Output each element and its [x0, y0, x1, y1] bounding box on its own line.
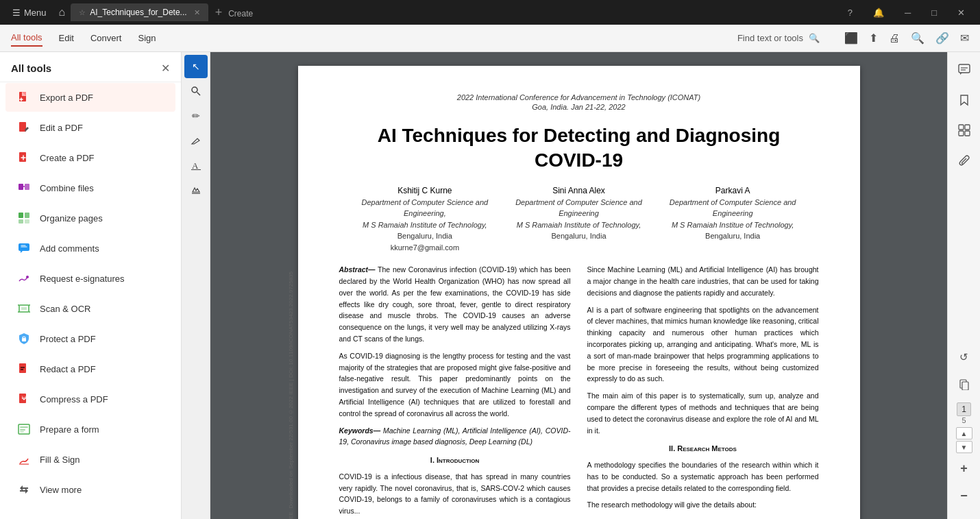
tools-sidebar: All tools ✕ Export a PDF Edit a PDF Cre [0, 52, 182, 519]
search-bar[interactable]: Find text or tools 🔍 [737, 33, 820, 43]
sidebar-item-redact-pdf[interactable]: Redact a PDF [5, 354, 175, 383]
toolbar-convert[interactable]: Convert [90, 30, 122, 46]
sidebar-close-button[interactable]: ✕ [161, 62, 170, 75]
save-to-cloud-icon[interactable]: ⬛ [844, 32, 858, 45]
intro-heading: I. Introduction [339, 455, 571, 467]
search-label: Find text or tools [737, 33, 803, 43]
sidebar-item-export-pdf[interactable]: Export a PDF [5, 83, 175, 112]
window-controls: ? 🔔 ─ □ ✕ [838, 5, 975, 21]
plus-icon: + [215, 5, 223, 19]
print-icon[interactable]: 🖨 [889, 32, 900, 45]
help-button[interactable]: ? [838, 5, 862, 21]
sidebar-item-create-pdf[interactable]: Create a PDF [5, 143, 175, 172]
sidebar-item-add-comments[interactable]: Add comments [5, 234, 175, 263]
zoom-out-button[interactable]: − [952, 483, 977, 508]
pdf-page: Authorized licensed use limited to: IEEE… [298, 66, 860, 519]
refresh-button[interactable]: ↺ [952, 345, 977, 370]
author-2-name: Sini Anna Alex [515, 184, 642, 197]
author-1-affil2: Engineering, [362, 208, 489, 219]
section2-p2: The research methodology will give the d… [587, 499, 819, 511]
svg-rect-6 [25, 184, 29, 190]
pencil-tool[interactable]: ✏ [184, 104, 208, 128]
abstract-text: Abstract— The new Coronavirus infection … [339, 264, 571, 345]
request-esignatures-icon [16, 271, 32, 286]
new-tab-button[interactable]: + Create [208, 3, 260, 21]
sidebar-item-protect-pdf[interactable]: Protect a PDF [5, 324, 175, 353]
zoom-in-button[interactable]: + [952, 456, 977, 481]
conference-line1: 2022 International Conference for Advanc… [339, 93, 819, 101]
sidebar-item-view-more[interactable]: View more [5, 475, 175, 504]
text-tool[interactable]: A [184, 154, 208, 177]
maximize-button[interactable]: □ [922, 5, 946, 21]
sidebar-item-organize-pages[interactable]: Organize pages [5, 204, 175, 232]
sidebar-item-compress-pdf[interactable]: Compress a PDF [5, 385, 175, 413]
organize-pages-icon [16, 210, 32, 226]
page-down-button[interactable]: ▼ [956, 441, 972, 453]
bell-button[interactable]: 🔔 [863, 5, 894, 21]
keywords-label: Keywords— [339, 426, 381, 435]
author-3-affil3: M S Ramaiah Institue of Technology, [670, 219, 796, 231]
author-2-affil2: Engineering [515, 208, 642, 219]
author-2-affil1: Department of Computer Science and [515, 197, 642, 208]
link-icon[interactable]: 🔗 [935, 32, 949, 45]
eraser-tool[interactable] [184, 129, 208, 152]
menu-button[interactable]: ☰ Menu [5, 5, 53, 21]
svg-rect-8 [25, 213, 29, 218]
compress-pdf-icon [16, 391, 32, 407]
toolbar-sign[interactable]: Sign [138, 30, 156, 46]
zoom-tool[interactable] [184, 80, 208, 103]
section2-p1: A methodology specifies the boundaries o… [587, 459, 819, 494]
stamp-tool[interactable] [184, 178, 208, 202]
protect-pdf-label: Protect a PDF [40, 334, 96, 344]
upload-icon[interactable]: ⬆ [869, 32, 878, 45]
tab-title: AI_Techniques_for_Dete... [90, 8, 186, 17]
attachments-button[interactable] [952, 148, 977, 173]
current-page: 1 [957, 402, 971, 416]
svg-rect-4 [19, 152, 26, 162]
toolbar-action-icons: ⬛ ⬆ 🖨 🔍 🔗 ✉ [844, 32, 969, 45]
active-tab[interactable]: ☆ AI_Techniques_for_Dete... ✕ [71, 3, 208, 21]
cursor-tool[interactable]: ↖ [184, 55, 208, 78]
tab-close-button[interactable]: ✕ [194, 8, 200, 17]
view-more-icon [16, 482, 32, 497]
sidebar-item-request-esignatures[interactable]: Request e-signatures [5, 264, 175, 293]
svg-rect-33 [959, 125, 964, 130]
pdf-left-column: Abstract— The new Coronavirus infection … [339, 264, 571, 519]
zoom-icon[interactable]: 🔍 [911, 32, 924, 45]
keywords: Keywords— Machine Learning (ML), Artific… [339, 425, 571, 448]
search-icon: 🔍 [809, 33, 820, 43]
combine-files-label: Combine files [40, 183, 94, 193]
doi-text: Authorized licensed use limited to: IEEE… [288, 271, 294, 519]
prepare-form-label: Prepare a form [40, 424, 99, 435]
sidebar-item-scan-ocr[interactable]: Scan & OCR [5, 294, 175, 323]
pdf-right-column: Since Machine Learning (ML) and Artifici… [587, 264, 819, 519]
bookmarks-panel-button[interactable] [952, 88, 977, 112]
svg-rect-14 [21, 307, 27, 310]
home-button[interactable]: ⌂ [53, 3, 71, 21]
page-up-button[interactable]: ▲ [956, 427, 972, 439]
sidebar-item-edit-pdf[interactable]: Edit a PDF [5, 113, 175, 142]
star-icon: ☆ [79, 8, 86, 17]
author-3: Parkavi A Department of Computer Science… [670, 184, 796, 254]
pages-button[interactable] [952, 372, 977, 397]
thumbnails-panel-button[interactable] [952, 118, 977, 143]
author-1-email: kkurne7@gmail.com [362, 242, 489, 254]
sidebar-item-combine-files[interactable]: Combine files [5, 173, 175, 202]
pdf-viewer[interactable]: Authorized licensed use limited to: IEEE… [210, 52, 947, 519]
svg-rect-2 [19, 122, 26, 132]
sidebar-item-prepare-form[interactable]: Prepare a form [5, 415, 175, 444]
compress-pdf-label: Compress a PDF [40, 394, 108, 405]
comments-panel-button[interactable] [952, 58, 977, 82]
fill-sign-label: Fill & Sign [40, 455, 80, 465]
abstract-body: The new Coronavirus infection (COVID-19)… [339, 265, 571, 343]
export-pdf-label: Export a PDF [40, 93, 93, 103]
close-button[interactable]: ✕ [948, 5, 975, 21]
toolbar-edit[interactable]: Edit [59, 30, 74, 46]
minimize-button[interactable]: ─ [895, 5, 920, 21]
create-pdf-label: Create a PDF [40, 153, 94, 163]
sidebar-item-fill-sign[interactable]: Fill & Sign [5, 445, 175, 474]
create-pdf-icon [16, 150, 32, 165]
mail-icon[interactable]: ✉ [960, 32, 969, 45]
prepare-form-icon [16, 422, 32, 437]
toolbar-all-tools[interactable]: All tools [11, 29, 42, 47]
